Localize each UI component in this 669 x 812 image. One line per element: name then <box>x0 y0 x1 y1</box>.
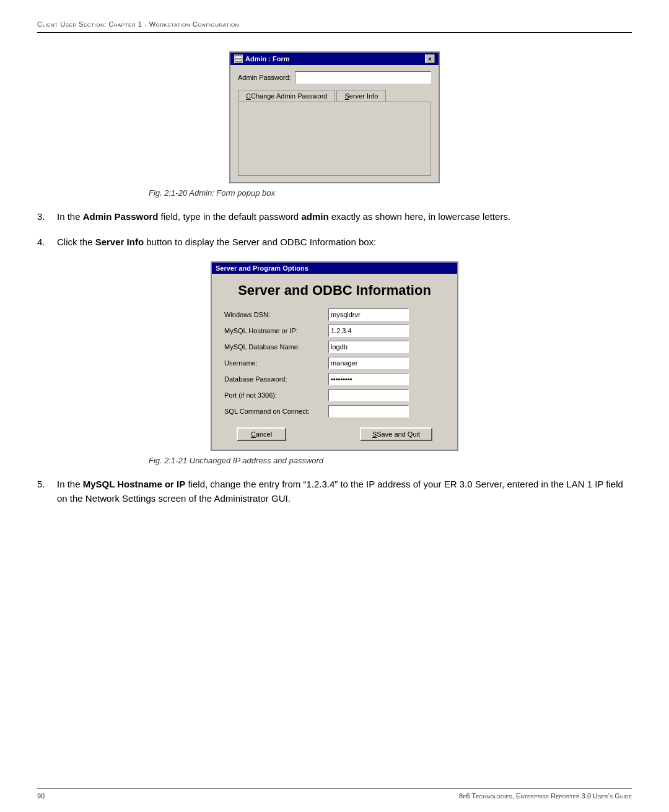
admin-form-close-btn[interactable]: × <box>425 55 435 63</box>
windows-dsn-input[interactable] <box>328 308 409 321</box>
admin-form-window: Admin : Form × Admin Password: CChange A… <box>229 51 440 183</box>
admin-form-title: Admin : Form <box>245 55 290 63</box>
header-text: Client User Section: Chapter 1 - Worksta… <box>37 20 239 28</box>
db-password-label: Database Password: <box>224 375 323 383</box>
admin-password-bold: Admin Password <box>83 211 159 222</box>
tab-server-info[interactable]: Server Info <box>336 90 386 102</box>
tab-change-admin-password[interactable]: CChange Admin Password <box>238 90 335 102</box>
server-options-body: Server and ODBC Information Windows DSN:… <box>212 274 457 450</box>
instruction-4-num: 4. <box>37 235 50 250</box>
server-options-window: Server and Program Options Server and OD… <box>211 261 458 451</box>
admin-password-row: Admin Password: <box>238 71 431 84</box>
server-odbc-heading: Server and ODBC Information <box>224 282 445 299</box>
instruction-5: 5. In the MySQL Hostname or IP field, ch… <box>37 478 632 505</box>
page-footer: 90 8e6 Technologies, Enterprise Reporter… <box>37 788 632 800</box>
footer-company: 8e6 Technologies, Enterprise Reporter 3.… <box>459 792 632 800</box>
instruction5-block: 5. In the MySQL Hostname or IP field, ch… <box>37 478 632 505</box>
cancel-button[interactable]: Cancel <box>237 427 286 441</box>
sql-command-label: SQL Command on Connect: <box>224 408 323 415</box>
admin-bold: admin <box>301 211 328 222</box>
figure2-container: Server and Program Options Server and OD… <box>37 261 632 465</box>
svg-rect-1 <box>235 56 242 58</box>
tab-content-area <box>238 102 431 176</box>
mysql-hostname-bold: MySQL Hostname or IP <box>83 479 186 489</box>
footer-page-number: 90 <box>37 792 45 800</box>
server-fields-grid: Windows DSN: MySQL Hostname or IP: MySQL… <box>224 308 445 417</box>
server-options-buttons: Cancel SSave and Quit <box>224 427 445 441</box>
server-info-bold: Server Info <box>95 237 144 247</box>
server-options-titlebar: Server and Program Options <box>212 263 457 274</box>
username-label: Username: <box>224 359 323 367</box>
instruction-5-num: 5. <box>37 478 50 505</box>
mysql-database-input[interactable] <box>328 341 409 353</box>
admin-password-label: Admin Password: <box>238 74 291 81</box>
mysql-hostname-input[interactable] <box>328 325 409 337</box>
titlebar-left: Admin : Form <box>234 55 290 63</box>
server-options-title: Server and Program Options <box>216 264 308 272</box>
page-container: Client User Section: Chapter 1 - Worksta… <box>0 0 669 543</box>
svg-rect-3 <box>235 60 242 61</box>
figure1-caption: Fig. 2:1-20 Admin: Form popup box <box>149 188 275 198</box>
mysql-hostname-label: MySQL Hostname or IP: <box>224 327 323 334</box>
figure1-container: Admin : Form × Admin Password: CChange A… <box>37 51 632 198</box>
mysql-database-label: MySQL Database Name: <box>224 343 323 351</box>
admin-form-titlebar: Admin : Form × <box>230 53 439 65</box>
admin-password-input[interactable] <box>295 71 431 84</box>
username-input[interactable] <box>328 357 409 369</box>
instruction-4: 4. Click the Server Info button to displ… <box>37 235 632 250</box>
save-quit-button[interactable]: SSave and Quit <box>360 427 432 441</box>
window-icon <box>234 55 243 63</box>
instruction-3: 3. In the Admin Password field, type in … <box>37 210 632 224</box>
port-input[interactable] <box>328 389 409 401</box>
page-header: Client User Section: Chapter 1 - Worksta… <box>37 19 632 33</box>
svg-rect-2 <box>235 59 242 59</box>
figure2-caption: Fig. 2:1-21 Unchanged IP address and pas… <box>149 456 323 465</box>
sql-command-input[interactable] <box>328 405 409 417</box>
instruction-3-num: 3. <box>37 210 50 224</box>
port-label: Port (if not 3306): <box>224 391 323 399</box>
admin-form-tabs: CChange Admin Password Server Info <box>238 90 431 102</box>
db-password-input[interactable] <box>328 373 409 385</box>
windows-dsn-label: Windows DSN: <box>224 311 323 318</box>
instruction-4-text: Click the Server Info button to display … <box>57 235 632 250</box>
instruction-3-text: In the Admin Password field, type in the… <box>57 210 632 224</box>
instructions-block: 3. In the Admin Password field, type in … <box>37 210 632 249</box>
admin-form-body: Admin Password: CChange Admin Password S… <box>230 65 439 182</box>
instruction-5-text: In the MySQL Hostname or IP field, chang… <box>57 478 632 505</box>
